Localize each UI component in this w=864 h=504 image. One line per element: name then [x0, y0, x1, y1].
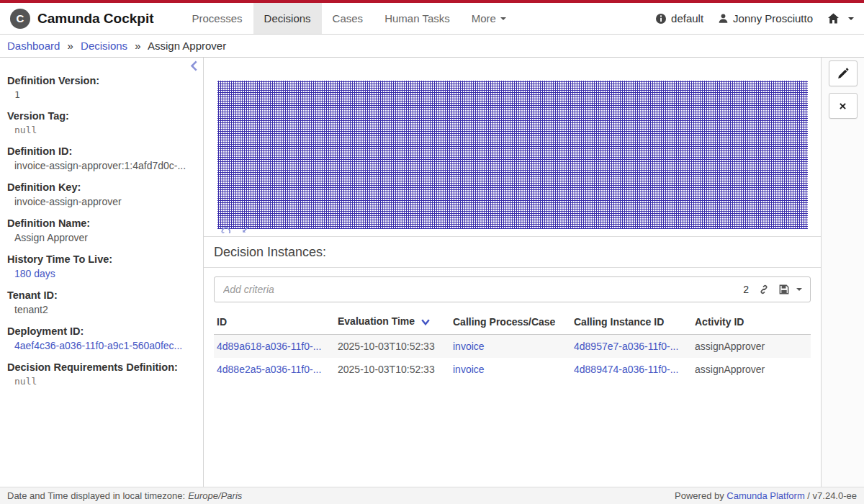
evaluation-time-cell: 2025-10-03T10:52:33	[335, 358, 450, 381]
field-value-definition-key: invoice-assign-approver	[14, 196, 193, 207]
calling-instance-link[interactable]: 4d889474-a036-11f0-...	[574, 364, 678, 375]
column-header-activity-id[interactable]: Activity ID	[692, 312, 811, 335]
column-header-id[interactable]: ID	[214, 312, 335, 335]
engine-name: default	[671, 12, 703, 24]
field-label: Deployment ID:	[7, 325, 193, 337]
instance-id-link[interactable]: 4d88e2a5-a036-11f0-...	[217, 364, 321, 375]
field-value-drd: null	[14, 376, 193, 387]
field-label: Tenant ID:	[7, 289, 193, 301]
edit-decision-button[interactable]	[829, 60, 858, 86]
timezone-label: Date and Time displayed in local timezon…	[7, 490, 185, 501]
sidebar-collapse-button[interactable]	[189, 60, 199, 73]
chevron-down-icon	[500, 17, 506, 20]
main-nav: Processes Decisions Cases Human Tasks Mo…	[181, 3, 517, 34]
result-count: 2	[743, 284, 749, 295]
close-icon	[840, 103, 846, 109]
table-row: 4d88e2a5-a036-11f0-... 2025-10-03T10:52:…	[214, 358, 811, 381]
column-header-evaluation-time[interactable]: Evaluation Time	[335, 312, 450, 335]
field-value-version-tag: null	[14, 125, 193, 135]
reset-zoom-icon[interactable]	[220, 225, 231, 233]
home-icon	[827, 13, 840, 24]
definition-sidebar: Definition Version: 1 Version Tag: null …	[0, 58, 204, 487]
close-panel-button[interactable]	[829, 93, 858, 119]
field-value-definition-version: 1	[14, 89, 193, 100]
chevron-down-icon	[796, 288, 802, 291]
breadcrumb-decisions[interactable]: Decisions	[81, 40, 127, 52]
deployment-id-link[interactable]: 4aef4c36-a036-11f0-a9c1-560a0fec...	[14, 340, 182, 351]
field-label: Definition Key:	[7, 181, 193, 193]
app-header: C Camunda Cockpit Processes Decisions Ca…	[0, 3, 864, 35]
action-strip	[821, 58, 864, 487]
breadcrumb-separator: »	[135, 40, 140, 52]
dmn-table-canvas[interactable]	[217, 81, 808, 229]
nav-item-human-tasks[interactable]: Human Tasks	[374, 3, 461, 34]
evaluation-time-cell: 2025-10-03T10:52:33	[335, 335, 450, 359]
brand[interactable]: C Camunda Cockpit	[0, 3, 163, 34]
user-icon	[718, 13, 729, 24]
pencil-icon	[837, 68, 849, 80]
info-icon	[655, 13, 667, 24]
camunda-platform-link[interactable]: Camunda Platform	[726, 490, 804, 501]
instances-table-wrap: ID Evaluation Time Calling Process/Case …	[214, 312, 811, 381]
powered-by-label: Powered by	[675, 490, 724, 501]
field-value-definition-id: invoice-assign-approver:1:4afd7d0c-...	[14, 160, 193, 171]
table-row: 4d89a618-a036-11f0-... 2025-10-03T10:52:…	[214, 335, 811, 359]
save-search-button[interactable]	[779, 284, 802, 294]
column-header-label: Evaluation Time	[338, 315, 415, 327]
content: Definition Version: 1 Version Tag: null …	[0, 58, 864, 487]
user-name: Jonny Prosciutto	[733, 12, 813, 24]
column-header-calling-process[interactable]: Calling Process/Case	[450, 312, 571, 335]
filter-icons: 2	[743, 276, 802, 302]
main-panel: Decision Instances: 2	[204, 58, 821, 487]
fit-viewport-icon[interactable]	[240, 225, 250, 233]
breadcrumb: Dashboard » Decisions » Assign Approver	[0, 35, 864, 58]
nav-item-processes[interactable]: Processes	[181, 3, 253, 34]
nav-item-cases[interactable]: Cases	[322, 3, 374, 34]
instances-heading: Decision Instances:	[204, 236, 821, 268]
breadcrumb-dashboard[interactable]: Dashboard	[7, 40, 60, 52]
field-value-definition-name: Assign Approver	[14, 232, 193, 243]
timezone-note: Date and Time displayed in local timezon…	[7, 490, 242, 501]
field-label: Decision Requirements Definition:	[7, 361, 193, 373]
timezone-value: Europe/Paris	[188, 490, 242, 501]
camunda-logo-icon: C	[10, 9, 30, 29]
user-menu[interactable]: Jonny Prosciutto	[718, 12, 813, 24]
field-label: History Time To Live:	[7, 253, 193, 265]
activity-id-cell: assignApprover	[692, 358, 811, 381]
breadcrumb-current: Assign Approver	[148, 40, 226, 52]
header-right: default Jonny Prosciutto	[655, 3, 864, 34]
version-text: / v7.24.0-ee	[807, 490, 857, 501]
nav-more-label: More	[472, 12, 496, 24]
field-label: Definition ID:	[7, 145, 193, 157]
chevron-down-icon	[848, 17, 854, 20]
calling-instance-link[interactable]: 4d8957e7-a036-11f0-...	[574, 341, 678, 352]
engine-selector[interactable]: default	[655, 12, 703, 24]
powered-by: Powered by Camunda Platform / v7.24.0-ee	[675, 490, 857, 501]
field-label: Definition Version:	[7, 75, 193, 86]
instances-table: ID Evaluation Time Calling Process/Case …	[214, 312, 811, 381]
field-label: Version Tag:	[7, 110, 193, 122]
column-header-calling-instance-id[interactable]: Calling Instance ID	[571, 312, 692, 335]
history-ttl-link[interactable]: 180 days	[14, 268, 55, 279]
calling-process-link[interactable]: invoice	[453, 341, 485, 352]
field-label: Definition Name:	[7, 217, 193, 229]
copy-link-icon[interactable]	[758, 284, 770, 295]
filter-row: 2	[204, 268, 821, 302]
calling-process-link[interactable]: invoice	[453, 364, 485, 375]
add-criteria-input[interactable]	[214, 276, 811, 302]
footer: Date and Time displayed in local timezon…	[0, 487, 864, 504]
instance-id-link[interactable]: 4d89a618-a036-11f0-...	[217, 341, 321, 352]
dmn-diagram-section	[204, 58, 821, 236]
activity-id-cell: assignApprover	[692, 335, 811, 359]
sort-desc-icon	[421, 316, 430, 328]
nav-item-decisions[interactable]: Decisions	[253, 3, 322, 34]
breadcrumb-separator: »	[68, 40, 73, 52]
field-value-tenant-id: tenant2	[14, 304, 193, 315]
nav-item-more[interactable]: More	[461, 3, 517, 34]
apps-menu[interactable]	[827, 13, 854, 24]
diagram-zoom-controls	[220, 225, 250, 233]
app-title: Camunda Cockpit	[37, 11, 154, 27]
